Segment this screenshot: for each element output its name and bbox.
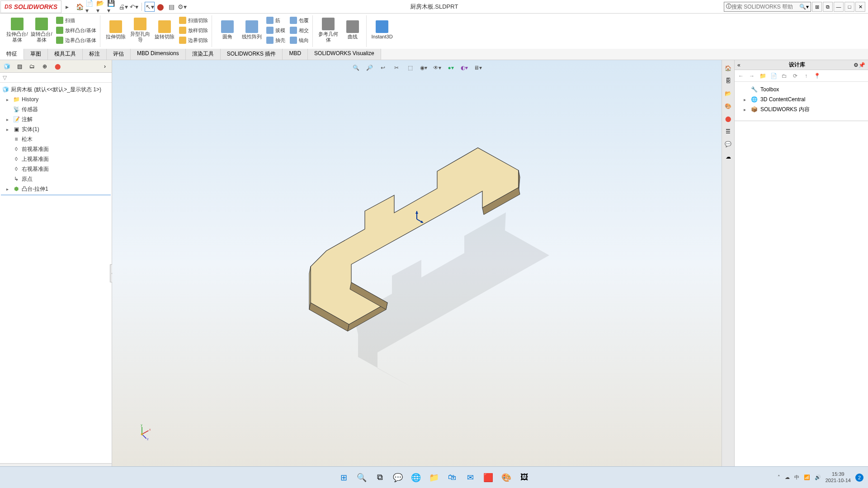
tab-addins[interactable]: SOLIDWORKS 插件 — [221, 49, 283, 60]
tree-origin[interactable]: ↳原点 — [1, 174, 111, 184]
dl-splitter[interactable] — [735, 121, 868, 121]
mail-icon[interactable]: ✉ — [463, 470, 477, 485]
select-icon[interactable]: ↖▾ — [145, 2, 155, 12]
search-button[interactable]: 🔍 — [354, 470, 369, 485]
draft-button[interactable]: 拔模 — [264, 26, 287, 35]
tree-material[interactable]: ≡松木 — [1, 134, 111, 144]
display-manager-tab-icon[interactable]: ⬤ — [52, 61, 62, 71]
rollback-bar[interactable] — [1, 195, 111, 195]
tab-sketch[interactable]: 草图 — [24, 49, 48, 60]
mdi-minimize-button[interactable]: — — [834, 2, 844, 12]
ime-indicator[interactable]: 中 — [794, 474, 799, 481]
tree-top-plane[interactable]: ◊上视基准面 — [1, 154, 111, 164]
tree-root[interactable]: 🧊厨房木板 (默认<<默认>_显示状态 1>) — [1, 84, 111, 94]
sweep-button[interactable]: 扫描 — [54, 16, 98, 25]
zoom-area-icon[interactable]: 🔎 — [364, 63, 374, 73]
tray-chevron-icon[interactable]: ˄ — [778, 474, 780, 480]
solidworks-taskbar-icon[interactable]: 🟥 — [481, 470, 495, 485]
config-icon[interactable]: 📍 — [812, 71, 821, 80]
back-icon[interactable]: ← — [736, 71, 745, 80]
fillet-button[interactable]: 圆角 — [216, 15, 239, 45]
intersect-button[interactable]: 相交 — [288, 26, 311, 35]
task-view-button[interactable]: ⧉ — [373, 470, 387, 485]
file-explorer-icon[interactable]: 📂 — [723, 88, 734, 99]
mdi-maximize-button[interactable]: □ — [844, 2, 854, 12]
refresh-icon[interactable]: ⟳ — [791, 71, 800, 80]
cloud-icon[interactable]: ☁ — [723, 151, 734, 162]
forward-icon[interactable]: → — [747, 71, 756, 80]
tree-right-plane[interactable]: ◊右视基准面 — [1, 164, 111, 174]
extrude-boss-button[interactable]: 拉伸凸台/基体 — [5, 15, 29, 45]
new-folder-icon[interactable]: 🗀 — [780, 71, 789, 80]
rebuild-icon[interactable]: ⬤ — [156, 2, 165, 12]
onedrive-icon[interactable]: ☁ — [785, 474, 790, 480]
custom-props-icon[interactable]: ☰ — [723, 126, 734, 137]
tree-solid-bodies[interactable]: ▸▣实体(1) — [1, 124, 111, 134]
zoom-fit-icon[interactable]: 🔍 — [351, 63, 361, 73]
explorer-icon[interactable]: 📁 — [427, 470, 441, 485]
search-input[interactable] — [731, 4, 799, 10]
extrude-cut-button[interactable]: 拉伸切除 — [104, 15, 127, 45]
tree-boss-extrude1[interactable]: ▸⬢凸台-拉伸1 — [1, 184, 111, 194]
tree-expand-icon[interactable]: › — [100, 61, 110, 71]
boundary-button[interactable]: 边界凸台/基体 — [54, 36, 98, 45]
scene-icon[interactable]: ◐▾ — [459, 63, 469, 73]
appearance-icon[interactable]: ●▾ — [446, 63, 456, 73]
shell-button[interactable]: 抽壳 — [264, 36, 287, 45]
store-icon[interactable]: 🛍 — [445, 470, 459, 485]
add-location-icon[interactable]: 📁 — [758, 71, 767, 80]
view-palette-icon[interactable]: 🎨 — [723, 101, 734, 112]
search-glass-icon[interactable]: 🔍▾ — [799, 4, 809, 10]
revolve-cut-button[interactable]: 旋转切除 — [153, 15, 176, 45]
wifi-icon[interactable]: 📶 — [804, 474, 810, 480]
mdi-tile-button[interactable]: ⊞ — [812, 2, 822, 12]
logo-dropdown-icon[interactable]: ▸ — [62, 2, 72, 12]
dl-item-toolbox[interactable]: 🔧Toolbox — [738, 84, 864, 94]
section-view-icon[interactable]: ✂ — [392, 63, 401, 73]
new-icon[interactable]: 📄▾ — [85, 2, 95, 12]
tab-evaluate[interactable]: 评估 — [107, 49, 131, 60]
volume-icon[interactable]: 🔊 — [815, 474, 821, 480]
curves-button[interactable]: 曲线 — [341, 15, 364, 45]
ref-geometry-button[interactable]: 参考几何体 — [316, 15, 340, 45]
tab-render-tools[interactable]: 渲染工具 — [186, 49, 221, 60]
tree-annotations[interactable]: ▸📝注解 — [1, 114, 111, 124]
tab-annotate[interactable]: 标注 — [83, 49, 107, 60]
mirror-button[interactable]: 镜向 — [288, 36, 311, 45]
options-list-icon[interactable]: ▤ — [166, 2, 176, 12]
funnel-icon[interactable]: ▽ — [3, 75, 7, 81]
view-settings-icon[interactable]: 🖥▾ — [473, 63, 483, 73]
collapse-icon[interactable]: « — [737, 62, 741, 68]
mdi-cascade-button[interactable]: ⧉ — [823, 2, 833, 12]
home-icon[interactable]: 🏠 — [75, 2, 85, 12]
tree-front-plane[interactable]: ◊前视基准面 — [1, 144, 111, 154]
design-library-icon[interactable]: 🗄 — [723, 75, 734, 86]
print-icon[interactable]: 🖨▾ — [118, 2, 128, 12]
save-icon[interactable]: 💾▾ — [107, 2, 117, 12]
sweep-cut-button[interactable]: 扫描切除 — [177, 16, 210, 25]
hole-wizard-button[interactable]: 异型孔向导 — [128, 15, 152, 45]
property-manager-tab-icon[interactable]: ▤ — [14, 61, 24, 71]
forum-icon[interactable]: 💬 — [723, 139, 734, 150]
wrap-button[interactable]: 包覆 — [288, 16, 311, 25]
dl-item-3dcc[interactable]: ▸🌐3D ContentCentral — [738, 94, 864, 104]
orientation-triad[interactable]: x y z — [135, 423, 153, 441]
pin-icon[interactable]: ⚙ — [854, 62, 859, 68]
mdi-close-button[interactable]: ✕ — [855, 2, 865, 12]
dimxpert-tab-icon[interactable]: ⊕ — [40, 61, 50, 71]
home-resources-icon[interactable]: 🏠 — [723, 63, 734, 74]
loft-button[interactable]: 放样凸台/基体 — [54, 26, 98, 35]
appearances-icon[interactable]: ⬤ — [723, 113, 734, 124]
start-button[interactable]: ⊞ — [336, 470, 351, 485]
boundary-cut-button[interactable]: 边界切除 — [177, 36, 210, 45]
view-orientation-icon[interactable]: ⬚ — [405, 63, 415, 73]
search-help-box[interactable]: ⓘ 🔍▾ — [724, 2, 811, 12]
clock[interactable]: 15:39 2021-10-14 — [826, 471, 851, 483]
feature-tree-tab-icon[interactable]: 🧊 — [2, 61, 12, 71]
app-icon[interactable]: 🖼 — [517, 470, 532, 485]
dl-item-sw-content[interactable]: ▸📦SOLIDWORKS 内容 — [738, 104, 864, 114]
paint-icon[interactable]: 🎨 — [499, 470, 514, 485]
instant3d-button[interactable]: Instant3D — [370, 15, 394, 45]
notifications-icon[interactable]: 2 — [855, 474, 863, 482]
previous-view-icon[interactable]: ↩ — [378, 63, 388, 73]
